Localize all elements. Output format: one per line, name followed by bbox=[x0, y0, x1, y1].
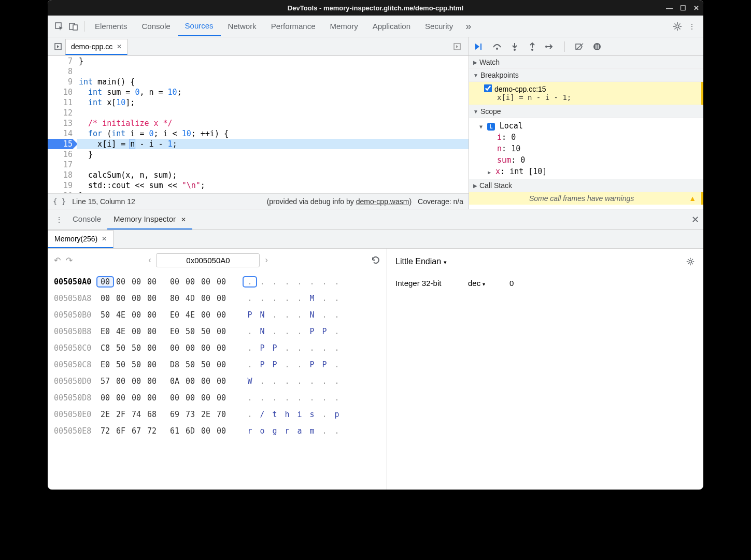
ascii-char[interactable]: . bbox=[281, 393, 293, 403]
step-into-button[interactable] bbox=[508, 40, 521, 53]
ascii-char[interactable]: . bbox=[318, 393, 331, 403]
hex-byte[interactable]: 00 bbox=[167, 277, 182, 286]
breakpoint-checkbox[interactable] bbox=[484, 84, 492, 93]
hex-byte[interactable]: 00 bbox=[113, 277, 129, 286]
ascii-char[interactable]: . bbox=[293, 377, 306, 386]
hex-byte[interactable]: 74 bbox=[129, 410, 144, 419]
maximize-button[interactable]: ☐ bbox=[680, 4, 686, 12]
ascii-char[interactable]: . bbox=[318, 277, 331, 286]
hex-byte[interactable]: 00 bbox=[182, 343, 198, 353]
code-line[interactable]: } bbox=[77, 56, 469, 66]
hex-byte[interactable]: 50 bbox=[198, 360, 214, 369]
ascii-char[interactable]: . bbox=[281, 377, 293, 386]
ascii-char[interactable]: s bbox=[306, 410, 318, 419]
hex-byte[interactable]: 50 bbox=[198, 327, 214, 336]
ascii-char[interactable]: . bbox=[244, 277, 256, 286]
hex-byte[interactable]: 00 bbox=[198, 426, 214, 436]
minimize-button[interactable]: — bbox=[666, 4, 673, 12]
drawer-menu-icon[interactable]: ⋮ bbox=[52, 212, 66, 227]
wasm-link[interactable]: demo-cpp.wasm bbox=[356, 197, 409, 206]
close-memory-tab-icon[interactable]: ✕ bbox=[102, 235, 107, 242]
ascii-char[interactable]: . bbox=[244, 343, 256, 353]
code-line[interactable]: } bbox=[77, 191, 469, 193]
hex-byte[interactable]: 4E bbox=[182, 310, 198, 320]
ascii-char[interactable]: . bbox=[318, 377, 331, 386]
hex-byte[interactable]: 00 bbox=[129, 277, 144, 286]
address-input[interactable] bbox=[156, 253, 260, 267]
tab-sources[interactable]: Sources bbox=[178, 16, 221, 36]
hex-byte[interactable]: 00 bbox=[167, 393, 182, 403]
hex-byte[interactable]: D8 bbox=[167, 360, 182, 369]
ascii-char[interactable]: . bbox=[281, 294, 293, 303]
run-snippet-icon[interactable] bbox=[449, 42, 465, 51]
ascii-char[interactable]: P bbox=[318, 360, 331, 369]
ascii-char[interactable]: r bbox=[281, 426, 293, 436]
hex-byte[interactable]: 73 bbox=[182, 410, 198, 419]
ascii-char[interactable]: N bbox=[306, 310, 318, 320]
line-number[interactable]: 14 bbox=[48, 128, 73, 139]
hex-byte[interactable]: 00 bbox=[144, 343, 160, 353]
hex-byte[interactable]: 00 bbox=[214, 310, 229, 320]
hex-byte[interactable]: 00 bbox=[97, 294, 113, 303]
hex-byte[interactable]: 00 bbox=[214, 294, 229, 303]
redo-icon[interactable]: ↷ bbox=[66, 255, 73, 265]
scope-variable[interactable]: n: 10 bbox=[479, 143, 698, 154]
close-drawer-icon[interactable]: ✕ bbox=[691, 214, 699, 225]
deactivate-breakpoints-button[interactable] bbox=[573, 40, 586, 53]
code-line[interactable]: int x[10]; bbox=[77, 97, 469, 108]
hex-byte[interactable]: E0 bbox=[97, 360, 113, 369]
ascii-char[interactable]: . bbox=[268, 294, 281, 303]
ascii-char[interactable]: . bbox=[244, 294, 256, 303]
ascii-char[interactable]: . bbox=[331, 360, 343, 369]
hex-byte[interactable]: 50 bbox=[113, 343, 129, 353]
hex-byte[interactable]: 4D bbox=[182, 294, 198, 303]
ascii-char[interactable]: . bbox=[281, 360, 293, 369]
ascii-char[interactable]: P bbox=[318, 327, 331, 336]
code-line[interactable]: int main() { bbox=[77, 77, 469, 87]
hex-byte[interactable]: 72 bbox=[97, 426, 113, 436]
code-line[interactable]: } bbox=[77, 149, 469, 160]
endian-select[interactable]: Little Endian ▾ bbox=[395, 257, 447, 266]
hex-byte[interactable]: 00 bbox=[198, 343, 214, 353]
ascii-char[interactable]: . bbox=[268, 277, 281, 286]
ascii-char[interactable]: P bbox=[256, 343, 268, 353]
line-number[interactable]: 7 bbox=[48, 56, 73, 66]
tab-application[interactable]: Application bbox=[365, 17, 418, 36]
hex-byte[interactable]: 00 bbox=[167, 343, 182, 353]
hex-byte[interactable]: E0 bbox=[167, 327, 182, 336]
hex-byte[interactable]: 00 bbox=[214, 327, 229, 336]
ascii-char[interactable]: W bbox=[244, 377, 256, 386]
drawer-tab-memory-inspector[interactable]: Memory Inspector ✕ bbox=[107, 209, 192, 229]
hex-byte[interactable]: 00 bbox=[198, 377, 214, 386]
callstack-section[interactable]: ▶Call Stack bbox=[469, 179, 703, 192]
ascii-char[interactable]: p bbox=[331, 410, 343, 419]
ascii-char[interactable]: m bbox=[306, 426, 318, 436]
refresh-icon[interactable] bbox=[371, 255, 380, 265]
ascii-char[interactable]: / bbox=[256, 410, 268, 419]
ascii-char[interactable]: P bbox=[244, 310, 256, 320]
hex-byte[interactable]: 67 bbox=[129, 426, 144, 436]
ascii-char[interactable]: . bbox=[281, 343, 293, 353]
code-line[interactable]: x[i] = n - i - 1; bbox=[77, 139, 469, 149]
line-number[interactable]: 9 bbox=[48, 77, 73, 87]
code-line[interactable] bbox=[77, 66, 469, 77]
hex-byte[interactable]: 4E bbox=[113, 310, 129, 320]
file-tab[interactable]: demo-cpp.cc ✕ bbox=[65, 39, 127, 55]
pretty-print-icon[interactable]: { } bbox=[53, 197, 66, 206]
hex-byte[interactable]: 00 bbox=[214, 360, 229, 369]
hex-byte[interactable]: 2E bbox=[97, 410, 113, 419]
line-number[interactable]: 10 bbox=[48, 87, 73, 97]
tab-memory[interactable]: Memory bbox=[323, 17, 365, 36]
hex-byte[interactable]: 00 bbox=[198, 310, 214, 320]
hex-byte[interactable]: 00 bbox=[129, 393, 144, 403]
hex-byte[interactable]: 50 bbox=[97, 310, 113, 320]
hex-byte[interactable]: 50 bbox=[182, 327, 198, 336]
line-number[interactable]: 18 bbox=[48, 170, 73, 180]
ascii-char[interactable]: . bbox=[331, 277, 343, 286]
tab-elements[interactable]: Elements bbox=[88, 17, 135, 36]
device-toggle-icon[interactable] bbox=[66, 19, 81, 34]
ascii-char[interactable]: . bbox=[318, 310, 331, 320]
line-number[interactable]: 19 bbox=[48, 180, 73, 191]
hex-byte[interactable]: 00 bbox=[144, 310, 160, 320]
ascii-char[interactable]: . bbox=[293, 277, 306, 286]
